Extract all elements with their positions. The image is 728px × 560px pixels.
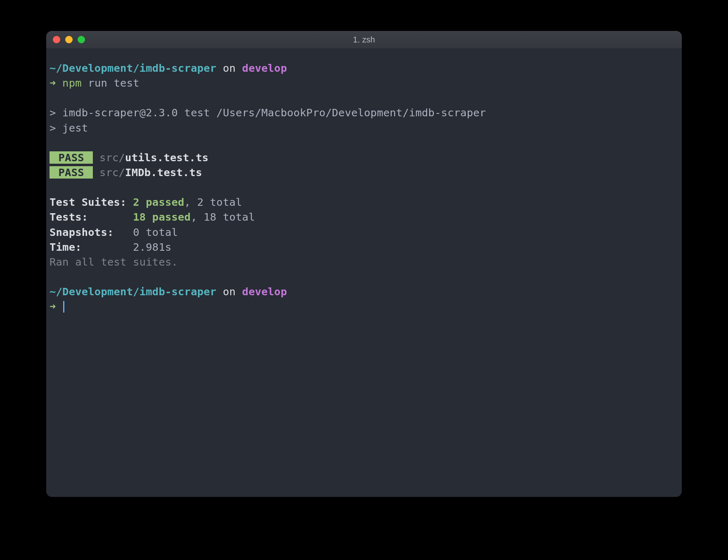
maximize-icon[interactable] [78, 36, 85, 43]
terminal-window: 1. zsh ~/Development/imdb-scraper on dev… [46, 31, 682, 497]
summary-label: Test Suites: [50, 196, 133, 208]
summary-label: Time: [50, 241, 133, 253]
test-result-row: PASS src/IMDb.test.ts [50, 165, 678, 180]
test-result-row: PASS src/utils.test.ts [50, 150, 678, 165]
blank-line [50, 180, 678, 195]
prompt-line: ~/Development/imdb-scraper on develop [50, 284, 678, 299]
summary-label: Snapshots: [50, 226, 133, 238]
close-icon[interactable] [53, 36, 60, 43]
window-title: 1. zsh [353, 35, 375, 45]
summary-passed: 2 passed [133, 196, 184, 208]
prompt-branch: develop [242, 285, 287, 298]
summary-suites: Test Suites: 2 passed, 2 total [50, 195, 678, 209]
prompt-arrow-icon: ➜ [50, 300, 62, 313]
blank-line [50, 269, 678, 284]
prompt-input-line[interactable]: ➜ [50, 299, 678, 314]
summary-value: 2.981s [133, 241, 171, 253]
minimize-icon[interactable] [65, 36, 73, 43]
summary-total: , 2 total [184, 196, 242, 208]
prompt-branch: develop [242, 62, 287, 74]
prompt-on: on [216, 62, 242, 74]
traffic-lights [53, 36, 85, 43]
summary-label: Tests: [50, 211, 133, 223]
summary-passed: 18 passed [133, 211, 191, 223]
command-line: ➜ npm run test [50, 75, 678, 90]
terminal-content[interactable]: ~/Development/imdb-scraper on develop ➜ … [46, 48, 682, 318]
blank-line [50, 135, 678, 150]
window-titlebar[interactable]: 1. zsh [46, 31, 682, 48]
pass-badge: PASS [50, 166, 93, 179]
prompt-on: on [216, 285, 242, 298]
summary-total: , 18 total [191, 211, 255, 223]
test-file: utils.test.ts [125, 151, 208, 164]
summary-snapshots: Snapshots: 0 total [50, 225, 678, 240]
test-file: IMDb.test.ts [125, 166, 202, 179]
command-args: run test [82, 77, 139, 89]
summary-ran-all: Ran all test suites. [50, 254, 678, 269]
command-name: npm [62, 77, 82, 89]
prompt-arrow-icon: ➜ [50, 77, 62, 89]
prompt-line: ~/Development/imdb-scraper on develop [50, 61, 678, 75]
blank-line [50, 90, 678, 105]
prompt-path: ~/Development/imdb-scraper [50, 285, 216, 298]
npm-output-line: > jest [50, 120, 678, 135]
summary-value: 0 total [133, 226, 178, 238]
summary-time: Time: 2.981s [50, 240, 678, 254]
prompt-path: ~/Development/imdb-scraper [50, 62, 216, 74]
test-path-prefix: src/ [93, 166, 125, 179]
cursor-icon [63, 301, 64, 313]
test-path-prefix: src/ [93, 151, 125, 164]
npm-output-line: > imdb-scraper@2.3.0 test /Users/Macbook… [50, 105, 678, 120]
summary-tests: Tests: 18 passed, 18 total [50, 209, 678, 224]
pass-badge: PASS [50, 151, 93, 164]
